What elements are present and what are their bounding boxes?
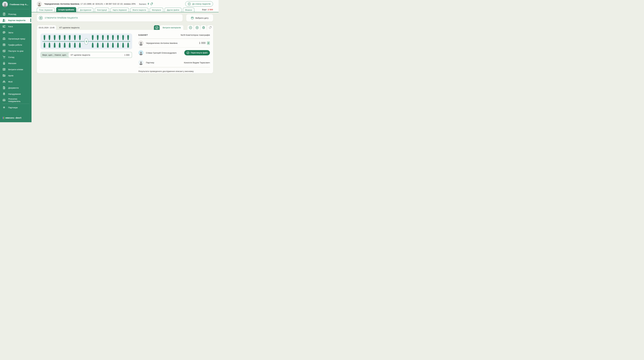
tooth-icon[interactable] [78, 35, 82, 40]
tooth-icon[interactable] [111, 35, 115, 40]
tooth-icon[interactable] [126, 43, 130, 48]
sidebar: Глобенко Ігор А... РозкладКартки пацієнт… [0, 0, 32, 122]
tooth-icon[interactable] [121, 43, 125, 48]
appointment-title: КТ щелепи пацієнта [60, 26, 80, 29]
sidebar-item-clinic-expenses[interactable]: Витрати клініки [0, 66, 32, 72]
create-appointment-button[interactable]: СТВОРИТИ ПРИЙОМ ПАЦІЄНТА [37, 14, 182, 22]
service-name-field[interactable]: КТ щелепи пацієнта 1 000 [68, 52, 132, 58]
print-chip[interactable] [200, 25, 206, 30]
sidebar-item-patients[interactable]: Картки пацієнтів [0, 17, 32, 23]
service-price: 1 000 [124, 54, 130, 56]
tab-3[interactable]: Дослідження [78, 8, 94, 12]
tooth-icon[interactable] [73, 43, 77, 48]
collapse-chip[interactable] [188, 25, 194, 30]
sidebar-item-label: Організація праці [8, 38, 25, 40]
sidebar-divider [2, 104, 29, 104]
tooth-icon[interactable] [106, 43, 110, 48]
tooth-icon[interactable] [78, 43, 82, 48]
check-circle-icon [155, 26, 158, 29]
sidebar-item-schedule[interactable]: Розклад [0, 11, 32, 17]
tooth-icon[interactable] [48, 43, 52, 48]
sidebar-item-mailing[interactable]: Розсилка повідомлень [0, 97, 32, 103]
tooth-icon[interactable] [90, 43, 95, 48]
partner-name: Конопля Вадим Тарасович [184, 61, 210, 64]
sidebar-item-reminders[interactable]: Нагадування [0, 91, 32, 97]
tab-9[interactable]: Фінанси [183, 8, 194, 12]
tooth-icon[interactable] [121, 35, 125, 40]
sidebar-item-partners[interactable]: Партнери [0, 104, 32, 111]
staff-row: Співак Григорій ОлександровичПереглянути… [138, 48, 210, 58]
tooth-icon[interactable] [101, 43, 105, 48]
appointment-date-tab[interactable]: 03.01.2024 13:45 [37, 25, 56, 30]
jaw-label: Верх. щел..; Нижче. щел. [40, 54, 68, 56]
tab-1[interactable]: План лікування [37, 8, 55, 12]
tooth-icon[interactable] [42, 43, 46, 48]
tooth-icon[interactable] [52, 35, 57, 40]
appointment-time: 13:45 [50, 27, 54, 29]
header: Чередниченко Антоніна Іванівна; 17.10.19… [32, 0, 218, 12]
app: Глобенко Ігор А... РозкладКартки пацієнт… [0, 0, 218, 122]
calendar-icon [191, 17, 194, 20]
teeth-group [42, 43, 82, 48]
patient-avatar [37, 2, 42, 7]
summary-chip[interactable] [194, 25, 200, 30]
sidebar-item-archive[interactable]: Архів [0, 72, 32, 79]
sidebar-item-label: Партнери [8, 106, 18, 109]
staff-row: ПартнерКонопля Вадим Тарасович [138, 58, 210, 67]
sidebar-item-services[interactable]: Послуги та ціни [0, 48, 32, 54]
tooth-icon[interactable] [68, 35, 72, 40]
tooth-icon[interactable] [52, 43, 57, 48]
tooth-icon[interactable] [62, 43, 67, 48]
tooth-icon[interactable] [62, 35, 67, 40]
tooth-icon[interactable] [116, 43, 120, 48]
tab-4[interactable]: Конструкції [95, 8, 109, 12]
tooth-icon[interactable] [48, 35, 52, 40]
tag-icon[interactable] [150, 2, 153, 6]
sidebar-item-work-schedule[interactable]: Графік роботи [0, 42, 32, 48]
tooth-icon[interactable] [101, 35, 105, 40]
tooth-icon[interactable] [126, 35, 130, 40]
appointment-status-tab[interactable] [154, 25, 160, 30]
tooth-icon[interactable] [111, 43, 115, 48]
appointment-body: Верх. щел..; Нижче. щел. КТ щелепи паціє… [37, 30, 213, 73]
swap-jaws-button[interactable] [84, 38, 88, 45]
tooth-icon[interactable] [96, 43, 100, 48]
sidebar-user[interactable]: Глобенко Ігор А... [0, 0, 32, 9]
tooth-icon[interactable] [90, 35, 95, 40]
materials-costs-tab[interactable]: Витрати матеріалів [160, 25, 183, 30]
sidebar-item-branches[interactable]: Філії [0, 79, 32, 85]
staff-row-value: 1 000₴ [199, 41, 210, 45]
tab-8[interactable]: Другие файли [164, 8, 182, 12]
tooth-icon[interactable] [58, 43, 62, 48]
tooth-icon[interactable] [116, 35, 120, 40]
tab-2[interactable]: Історія прийомів [56, 7, 76, 12]
tab-6[interactable]: Візити пацієнта [130, 8, 148, 12]
tooth-icon[interactable] [68, 43, 72, 48]
tooth-icon[interactable] [73, 35, 77, 40]
teeth-group [90, 35, 130, 40]
tooth-icon[interactable] [96, 35, 100, 40]
back-button-label: До списку пацієнтів [192, 3, 210, 5]
tooth-icon[interactable] [42, 35, 46, 40]
view-file-button[interactable]: Переглянути файл [184, 50, 210, 55]
choose-date-button[interactable]: Вибрати дату [186, 14, 213, 22]
tab-5[interactable]: Карта лікування [110, 8, 129, 12]
tab-7[interactable]: Матеріали [150, 8, 163, 12]
tag-chip[interactable] [207, 25, 213, 30]
bars-icon [2, 68, 6, 71]
balance: Баланс: 0 [139, 2, 153, 6]
sidebar-item-label: Документи [8, 87, 19, 89]
appointment-details: КАБІНЕТ №29 Комп'ютерна томографія Черед… [138, 30, 210, 72]
tooth-icon[interactable] [58, 35, 62, 40]
currency-badge[interactable]: ₴ [207, 41, 210, 45]
back-to-patients-button[interactable]: До списку пацієнтів [185, 1, 213, 7]
sidebar-item-documents[interactable]: Документи [0, 85, 32, 91]
balance-label: Баланс: [139, 3, 147, 5]
tooth-icon[interactable] [106, 35, 110, 40]
sidebar-item-warehouse[interactable]: Склад [0, 54, 32, 60]
active-indicator [30, 19, 31, 22]
sidebar-item-shop[interactable]: Магазин [0, 60, 32, 66]
sidebar-item-reports[interactable]: Звіти [0, 30, 32, 36]
sidebar-item-organization[interactable]: Організація праці [0, 36, 32, 42]
sidebar-item-cashbox[interactable]: Каса [0, 23, 32, 30]
